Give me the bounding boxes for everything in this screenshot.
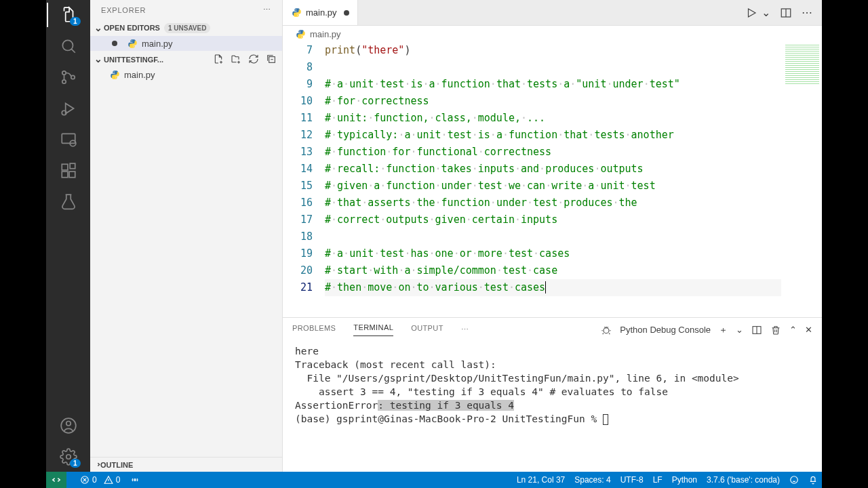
new-terminal-icon[interactable]: ＋: [719, 324, 728, 336]
svg-point-19: [134, 479, 136, 481]
open-editor-file[interactable]: main.py: [90, 36, 282, 51]
minimap[interactable]: [785, 45, 819, 85]
svg-point-1: [62, 71, 65, 75]
status-bar: 0 0 Ln 21, Col 37 Spaces: 4 UTF-8 LF Pyt…: [46, 472, 822, 488]
explorer-title: EXPLORER: [101, 6, 146, 14]
status-live-icon[interactable]: [130, 474, 140, 485]
accounts-icon[interactable]: [59, 416, 78, 435]
svg-point-13: [66, 455, 71, 460]
svg-rect-8: [62, 171, 68, 178]
dirty-dot-icon: [344, 10, 349, 16]
split-terminal-icon[interactable]: [751, 325, 762, 336]
status-lang[interactable]: Python: [672, 475, 697, 485]
tab-output[interactable]: OUTPUT: [411, 324, 443, 336]
svg-rect-5: [62, 134, 75, 143]
status-errors[interactable]: 0 0: [80, 475, 120, 485]
svg-point-20: [791, 476, 798, 484]
svg-point-2: [62, 80, 65, 83]
run-button[interactable]: [745, 7, 757, 19]
bottom-panel: PROBLEMS TERMINAL OUTPUT ⋯ Python Debug …: [283, 317, 822, 472]
maximize-panel-icon[interactable]: ⌃: [789, 325, 797, 335]
tree-file[interactable]: main.py: [90, 67, 282, 82]
status-eol[interactable]: LF: [653, 475, 663, 485]
close-panel-icon[interactable]: ✕: [805, 325, 812, 335]
status-bell-icon[interactable]: [808, 475, 818, 485]
search-icon[interactable]: [59, 37, 78, 56]
terminal-dropdown-icon[interactable]: ⌄: [736, 325, 743, 335]
status-interpreter[interactable]: 3.7.6 ('base': conda): [707, 475, 780, 485]
remote-button[interactable]: [46, 472, 66, 488]
status-feedback-icon[interactable]: [789, 475, 799, 485]
run-debug-icon[interactable]: [59, 99, 78, 118]
editor-more-icon[interactable]: ⋯: [802, 6, 812, 19]
split-editor-icon[interactable]: [780, 7, 792, 19]
editor-area: main.py ⌄ ⋯ main.py 78910111213141516171…: [283, 0, 822, 472]
editor-tab[interactable]: main.py: [283, 0, 358, 25]
svg-point-0: [62, 40, 73, 50]
explorer-icon[interactable]: 1: [59, 5, 78, 24]
dirty-dot-icon: [112, 41, 117, 46]
status-spaces[interactable]: Spaces: 4: [574, 475, 610, 485]
debug-icon: [601, 325, 612, 336]
extensions-icon[interactable]: [59, 161, 78, 180]
folder-header[interactable]: ⌄UNITTESTINGF...: [90, 51, 282, 67]
tab-terminal[interactable]: TERMINAL: [353, 323, 393, 336]
new-folder-icon[interactable]: [231, 54, 241, 64]
code-editor[interactable]: 789101112131415161718192021 print("there…: [283, 42, 822, 317]
svg-point-16: [604, 327, 609, 333]
status-encoding[interactable]: UTF-8: [620, 475, 644, 485]
explorer-more-icon[interactable]: ⋯: [263, 5, 271, 14]
explorer-badge: 1: [70, 17, 81, 26]
svg-rect-9: [69, 171, 75, 178]
run-dropdown-icon[interactable]: ⌄: [762, 6, 770, 19]
settings-gear-icon[interactable]: 1: [59, 447, 78, 466]
open-editors-header[interactable]: ⌄ OPEN EDITORS 1 UNSAVED: [90, 20, 282, 36]
svg-rect-10: [70, 163, 75, 169]
settings-badge: 1: [70, 459, 81, 468]
new-file-icon[interactable]: [213, 54, 224, 64]
status-lncol[interactable]: Ln 21, Col 37: [517, 475, 565, 485]
python-file-icon: [127, 38, 138, 49]
tab-bar: main.py ⌄ ⋯: [283, 0, 822, 26]
unsaved-badge: 1 UNSAVED: [164, 23, 211, 33]
python-file-icon: [291, 7, 302, 18]
activity-bar: 1: [46, 0, 90, 472]
source-control-icon[interactable]: [59, 68, 78, 87]
python-file-icon: [109, 69, 120, 80]
outline-header[interactable]: ⌄ OUTLINE: [90, 457, 282, 472]
refresh-icon[interactable]: [248, 54, 259, 64]
explorer-sidebar: EXPLORER ⋯ ⌄ OPEN EDITORS 1 UNSAVED main…: [90, 0, 283, 472]
tab-problems[interactable]: PROBLEMS: [292, 324, 336, 336]
terminal-content[interactable]: here Traceback (most recent call last): …: [283, 336, 822, 472]
collapse-all-icon[interactable]: [266, 54, 277, 64]
kill-terminal-icon[interactable]: [770, 325, 781, 336]
panel-more-icon[interactable]: ⋯: [461, 325, 469, 334]
breadcrumb[interactable]: main.py: [283, 26, 822, 42]
svg-rect-7: [62, 164, 68, 170]
svg-point-12: [66, 422, 71, 426]
debug-console-label[interactable]: Python Debug Console: [620, 325, 711, 335]
remote-explorer-icon[interactable]: [59, 130, 78, 149]
python-file-icon: [295, 28, 306, 39]
testing-icon[interactable]: [59, 192, 78, 211]
